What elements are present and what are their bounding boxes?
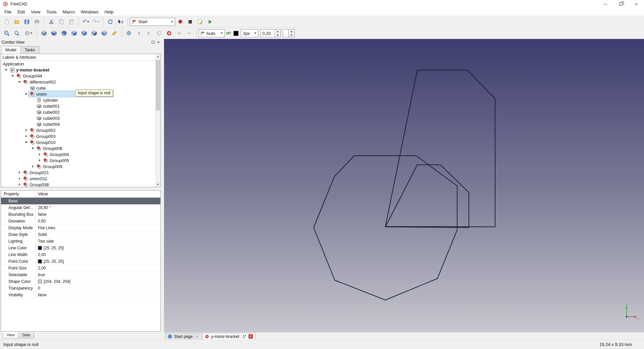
close-tab-icon[interactable]: × bbox=[195, 334, 199, 339]
open-file-button[interactable] bbox=[12, 17, 22, 27]
wireframe-shape-tall[interactable] bbox=[385, 70, 495, 227]
property-value[interactable]: Solid bbox=[36, 231, 160, 238]
property-row-point-size[interactable]: Point Size2,00 bbox=[1, 265, 160, 271]
macro-play-button[interactable] bbox=[205, 17, 215, 27]
tree-item-content[interactable]: cube001 bbox=[35, 103, 61, 109]
tab-document-y-motor-bracket[interactable]: y-motor-bracket : 1* × bbox=[202, 333, 255, 340]
tree-item-content[interactable]: cube bbox=[29, 85, 47, 91]
property-row-selectable[interactable]: Selectabletrue bbox=[1, 271, 160, 278]
3d-viewport[interactable]: y x bbox=[164, 39, 644, 332]
minimize-button[interactable] bbox=[598, 0, 613, 8]
nav-back-button[interactable] bbox=[134, 29, 144, 38]
link-button[interactable] bbox=[225, 29, 232, 38]
tree-item-content[interactable]: Group005 bbox=[42, 157, 70, 163]
expander-closed-icon[interactable] bbox=[17, 182, 22, 187]
view-front-button[interactable] bbox=[49, 29, 59, 38]
expander-open-icon[interactable] bbox=[17, 80, 22, 84]
property-row-draw-style[interactable]: Draw StyleSolid bbox=[1, 231, 160, 238]
property-value[interactable]: false bbox=[36, 211, 160, 217]
tab-model[interactable]: Model bbox=[1, 46, 21, 54]
property-row-point-color[interactable]: Point Color[25, 25, 25] bbox=[1, 258, 160, 265]
tree-item-Group009[interactable]: Group009 bbox=[1, 163, 160, 169]
tab-start-page[interactable]: Start page × bbox=[165, 333, 202, 340]
tree-item-content[interactable]: cube004 bbox=[35, 121, 61, 127]
view-top-button[interactable] bbox=[59, 29, 69, 38]
tree-item-content[interactable]: cylinder bbox=[35, 97, 59, 103]
tab-tasks[interactable]: Tasks bbox=[20, 46, 40, 54]
dock-splitter[interactable] bbox=[161, 39, 164, 340]
close-panel-button[interactable]: × bbox=[157, 40, 160, 44]
tree-item-content[interactable]: Group038 bbox=[22, 182, 50, 187]
line-width-selector[interactable]: 2px bbox=[241, 29, 258, 37]
view-isometric-button[interactable] bbox=[39, 29, 49, 38]
property-value[interactable]: false bbox=[36, 292, 160, 298]
cut-button[interactable] bbox=[46, 17, 56, 27]
web-home-button[interactable] bbox=[124, 29, 134, 38]
measure-distance-button[interactable] bbox=[109, 29, 119, 38]
spinbox-steppers[interactable] bbox=[275, 29, 281, 37]
tree-item-cube004[interactable]: cube004 bbox=[1, 121, 160, 127]
property-value[interactable]: true bbox=[36, 271, 160, 278]
tree-item-Group021[interactable]: Group021 bbox=[1, 169, 160, 176]
menu-edit[interactable]: Edit bbox=[14, 8, 28, 15]
wireframe-shape-small[interactable] bbox=[385, 165, 469, 228]
tree-item-Group003[interactable]: Group003 bbox=[1, 133, 160, 139]
wireframe-geometry[interactable] bbox=[164, 39, 644, 332]
menu-file[interactable]: File bbox=[1, 8, 14, 15]
tree-item-content[interactable]: Group009 bbox=[35, 163, 64, 169]
tree-scrollbar[interactable] bbox=[155, 54, 160, 187]
expander-closed-icon[interactable] bbox=[17, 170, 22, 175]
tree-item-content[interactable]: difference002 bbox=[22, 79, 57, 85]
tree-item-Group044[interactable]: Group044 bbox=[1, 73, 160, 79]
property-row-lighting[interactable]: LightingTwo side bbox=[1, 238, 160, 245]
paste-button[interactable] bbox=[66, 17, 76, 27]
view-rear-button[interactable] bbox=[79, 29, 89, 38]
tree-item-y-motor-bracket[interactable]: y-motor-bracket bbox=[1, 67, 160, 73]
tree-item-content[interactable]: Group021 bbox=[22, 169, 50, 176]
expander-closed-icon[interactable] bbox=[31, 164, 35, 169]
tree-item-content[interactable]: y-motor-bracket bbox=[8, 67, 51, 73]
copy-button[interactable] bbox=[56, 17, 66, 27]
property-value[interactable]: 2,00 bbox=[36, 265, 160, 271]
property-row-line-width[interactable]: Line Width2,00 bbox=[1, 251, 160, 258]
zoom-out-button[interactable] bbox=[184, 29, 194, 38]
tab-data[interactable]: Data bbox=[18, 332, 34, 338]
scroll-up-button[interactable] bbox=[156, 54, 160, 59]
line-color-button[interactable] bbox=[232, 29, 239, 38]
nav-stop-button[interactable] bbox=[164, 29, 174, 38]
tree-item-content[interactable]: Group006 bbox=[35, 145, 64, 151]
float-panel-button[interactable] bbox=[152, 41, 155, 44]
selected-tree-item[interactable]: union bbox=[29, 91, 74, 97]
close-button[interactable]: × bbox=[629, 0, 644, 8]
tab-view[interactable]: View bbox=[3, 332, 19, 338]
property-row-shape-color[interactable]: Shape Color[204, 204, 204] bbox=[1, 278, 160, 285]
expander-open-icon[interactable] bbox=[31, 146, 35, 151]
tree-item-cube002[interactable]: cube002 bbox=[1, 109, 160, 115]
expander-closed-icon[interactable] bbox=[24, 128, 29, 133]
tree-item-cube001[interactable]: cube001 bbox=[1, 103, 160, 109]
property-row-bounding-box[interactable]: Bounding Boxfalse bbox=[1, 211, 160, 218]
workbench-selector[interactable]: Start bbox=[130, 18, 175, 26]
nav-forward-button[interactable] bbox=[144, 29, 154, 38]
tree-item-Group006[interactable]: Group006 bbox=[1, 145, 160, 151]
tree-item-Group005[interactable]: Group005 bbox=[1, 157, 160, 163]
fit-selection-button[interactable] bbox=[12, 29, 22, 38]
zoom-in-button[interactable] bbox=[174, 29, 184, 38]
draw-style-button[interactable] bbox=[22, 29, 35, 38]
tree-item-Group004[interactable]: Group004 bbox=[1, 151, 160, 157]
tree-item-Group010[interactable]: Group010 bbox=[1, 139, 160, 145]
tree-item-union011[interactable]: union011 bbox=[1, 176, 160, 182]
property-value[interactable]: [204, 204, 204] bbox=[36, 278, 160, 285]
undo-button[interactable]: ↶ bbox=[81, 17, 91, 27]
property-value[interactable]: 0 bbox=[36, 285, 160, 291]
tree-item-content[interactable]: Group044 bbox=[15, 73, 44, 79]
menu-tools[interactable]: Tools bbox=[43, 8, 59, 15]
menu-windows[interactable]: Windows bbox=[78, 8, 102, 15]
expander-closed-icon[interactable] bbox=[17, 176, 22, 181]
refresh-button[interactable] bbox=[105, 17, 115, 27]
tree-item-content[interactable]: Group010 bbox=[29, 139, 57, 145]
auto-selector[interactable]: Auto bbox=[199, 29, 225, 37]
property-value[interactable]: 0,50 bbox=[36, 218, 160, 224]
wireframe-shape-octagon[interactable] bbox=[314, 156, 457, 300]
tree-item-difference002[interactable]: difference002 bbox=[1, 79, 160, 85]
